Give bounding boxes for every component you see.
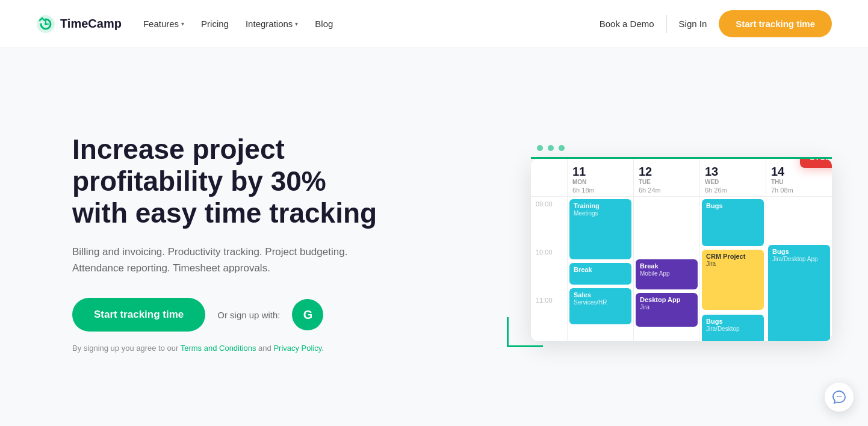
brand-name: TimeCamp: [60, 17, 122, 31]
sign-in-button[interactable]: Sign In: [679, 19, 707, 29]
cal-events-col-mon: Training Meetings Break Sales Services/H…: [567, 197, 633, 341]
stop-timer-label: STOP TIMER: [810, 159, 832, 162]
terms-link[interactable]: Terms and Conditions: [181, 344, 256, 353]
cal-day-num-12: 12: [639, 165, 695, 179]
visual-dots: [531, 145, 832, 151]
event-break-mobile-sub: Mobile App: [640, 270, 693, 277]
event-bugs-thu: Bugs Jira/Desktop App: [768, 245, 830, 341]
event-desktop-app: Desktop App Jira: [636, 293, 698, 327]
privacy-link[interactable]: Privacy Policy: [273, 344, 321, 353]
event-training-sub: Meetings: [574, 210, 627, 217]
nav-divider: [666, 15, 667, 33]
hero-visual: STOP TIMER 11 MON 6h 18m 12 TUE 6h 24m: [531, 145, 832, 341]
event-bugs-thu-sub: Jira/Desktop App: [772, 256, 826, 262]
nav-integrations[interactable]: Integrations ▾: [246, 19, 298, 29]
timecamp-logo-icon: [36, 14, 55, 34]
hero-section: Increase project profitability by 30% wi…: [0, 48, 868, 426]
svg-point-4: [837, 396, 838, 397]
event-crm: CRM Project Jira: [702, 250, 764, 310]
hero-cta-button[interactable]: Start tracking time: [72, 298, 205, 332]
integrations-chevron-icon: ▾: [295, 20, 298, 27]
nav-pricing[interactable]: Pricing: [201, 19, 229, 29]
nav-links: Features ▾ Pricing Integrations ▾ Blog: [143, 19, 333, 29]
nav-left: TimeCamp Features ▾ Pricing Integrations…: [36, 14, 333, 34]
cal-day-name-thu: THU: [771, 179, 827, 185]
dot-1: [537, 145, 543, 151]
cal-day-hours-mon: 6h 18m: [572, 187, 628, 194]
chat-icon: [832, 390, 846, 404]
nav-blog[interactable]: Blog: [315, 19, 333, 29]
cal-day-col-mon: 11 MON 6h 18m: [567, 159, 633, 196]
time-label-10: 10:00: [531, 245, 567, 293]
event-sales-sub: Services/HR: [574, 299, 627, 306]
cal-day-col-wed: 13 WED 6h 26m: [699, 159, 766, 196]
cal-day-name-wed: WED: [705, 179, 761, 185]
event-crm-sub: Jira: [706, 261, 760, 267]
event-bugs-wed2: Bugs Jira/Desktop: [702, 315, 764, 341]
cal-day-col-tue: 12 TUE 6h 24m: [633, 159, 699, 196]
cal-day-num-11: 11: [572, 165, 628, 179]
nav-cta-button[interactable]: Start tracking time: [719, 10, 832, 37]
terms-text: By signing up you agree to our Terms and…: [72, 344, 385, 353]
cal-events-col-wed: Bugs CRM Project Jira Bugs Jira/Desktop: [699, 197, 766, 341]
cal-day-name-tue: TUE: [639, 179, 695, 185]
event-bugs-wed2-sub: Jira/Desktop: [706, 326, 760, 332]
hero-actions: Start tracking time Or sign up with: G: [72, 298, 385, 332]
event-desktop-app-sub: Jira: [640, 304, 693, 310]
google-letter: G: [303, 308, 313, 322]
event-break-mon: Break: [569, 263, 631, 285]
event-break-mobile: Break Mobile App: [636, 259, 698, 289]
cal-day-num-13: 13: [705, 165, 761, 179]
cal-corner: [531, 159, 567, 196]
cal-day-hours-wed: 6h 26m: [705, 187, 761, 194]
calendar-body: 09:00 10:00 11:00 Training Meetings Brea…: [531, 197, 832, 341]
dot-3: [559, 145, 565, 151]
hero-subtitle: Billing and invoicing. Productivity trac…: [72, 244, 385, 276]
event-bugs-wed: Bugs: [702, 199, 764, 246]
nav-features[interactable]: Features ▾: [143, 19, 184, 29]
deco-lines: [507, 317, 543, 347]
nav-right: Book a Demo Sign In Start tracking time: [600, 10, 832, 37]
cal-events-col-thu: Bugs Jira/Desktop App: [766, 197, 832, 341]
or-signup-text: Or sign up with:: [217, 310, 280, 320]
svg-point-6: [840, 396, 842, 397]
features-chevron-icon: ▾: [181, 20, 184, 27]
calendar-header: 11 MON 6h 18m 12 TUE 6h 24m 13 WED 6h 26…: [531, 159, 832, 197]
navbar: TimeCamp Features ▾ Pricing Integrations…: [0, 0, 868, 48]
cal-day-name-mon: MON: [572, 179, 628, 185]
logo[interactable]: TimeCamp: [36, 14, 122, 34]
hero-title: Increase project profitability by 30% wi…: [72, 134, 385, 229]
stop-timer-button[interactable]: STOP TIMER: [800, 159, 832, 168]
book-demo-button[interactable]: Book a Demo: [600, 19, 654, 29]
event-sales: Sales Services/HR: [569, 288, 631, 324]
calendar-card: STOP TIMER 11 MON 6h 18m 12 TUE 6h 24m: [531, 159, 832, 341]
google-signup-button[interactable]: G: [292, 299, 323, 330]
cal-day-hours-thu: 7h 08m: [771, 187, 827, 194]
time-label-9: 09:00: [531, 197, 567, 245]
chat-bubble-button[interactable]: [825, 383, 854, 412]
dot-2: [548, 145, 554, 151]
hero-content: Increase project profitability by 30% wi…: [72, 134, 385, 353]
cal-events-col-tue: Break Mobile App Desktop App Jira: [633, 197, 699, 341]
cal-day-hours-tue: 6h 24m: [639, 187, 695, 194]
svg-point-5: [839, 396, 840, 397]
event-training: Training Meetings: [569, 199, 631, 259]
